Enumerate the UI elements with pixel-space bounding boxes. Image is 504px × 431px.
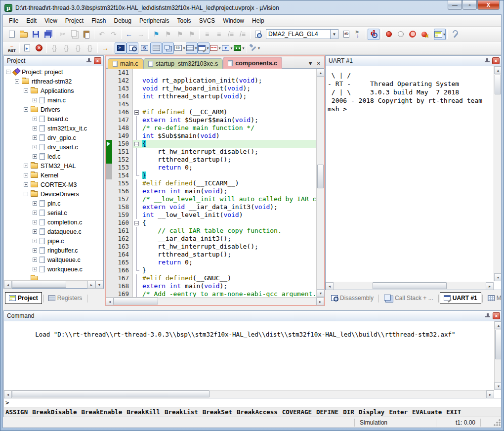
search-combo-dropdown-icon[interactable]: ▼ [330, 29, 338, 39]
uart-vscrollbar[interactable]: ▴ ▾ [494, 66, 502, 281]
tree-expander-icon[interactable] [24, 192, 28, 196]
run-application-button[interactable] [21, 43, 33, 54]
tree-item-waitqueue-c[interactable]: waitqueue.c [4, 255, 103, 264]
tree-expander-icon[interactable] [33, 117, 37, 121]
command-output[interactable]: Load "D:\\rt-thread\\rt-thread-3.0.3\\bs… [4, 321, 494, 390]
tree-item-drv_usart-c[interactable]: drv_usart.c [4, 142, 103, 152]
debug-settings-dropdown-icon[interactable]: ▾ [258, 46, 260, 50]
fold-column[interactable] [133, 140, 140, 148]
find-next-button[interactable] [352, 29, 364, 40]
tab-uart-1[interactable]: UART #1 [440, 292, 481, 304]
debug-command-breakset[interactable]: BreakSet [203, 408, 232, 416]
command-input[interactable]: > [4, 398, 502, 407]
tree-expander-icon[interactable] [33, 258, 37, 262]
menu-peripherals[interactable]: Peripherals [135, 16, 173, 26]
menu-file[interactable]: File [5, 16, 22, 26]
unindent-selection-button[interactable]: ≡ [213, 29, 225, 40]
menu-window[interactable]: Window [219, 16, 248, 26]
find-in-files-button[interactable] [252, 29, 264, 40]
run-to-cursor-line-button[interactable]: {} [84, 43, 96, 54]
search-combo-value[interactable]: DMA2_FLAG_GL4 [266, 29, 330, 39]
tree-expander-icon[interactable] [33, 135, 37, 140]
tree-expander-icon[interactable] [33, 267, 37, 271]
show-next-statement-button[interactable]: → [99, 43, 111, 54]
tree-item-dataqueue-c[interactable]: dataqueue.c [4, 227, 103, 236]
close-panel-icon[interactable]: × [493, 312, 500, 319]
redo-button[interactable]: ↷ [108, 29, 120, 40]
editor-hscrollbar[interactable]: ◂▸ [106, 297, 324, 305]
window-layout-button[interactable]: ▾ [434, 29, 446, 40]
tree-expander-icon[interactable] [24, 173, 28, 177]
memory-window-button[interactable]: ▾ [186, 43, 198, 54]
window-layout-dropdown-icon[interactable]: ▾ [443, 32, 445, 37]
tree-expander-icon[interactable] [33, 145, 37, 149]
indent-selection-button[interactable]: ≡ [201, 29, 213, 40]
tree-item-pin-c[interactable]: pin.c [4, 199, 103, 208]
tree-expander-icon[interactable] [33, 211, 37, 215]
fold-collapse-icon[interactable] [134, 142, 139, 146]
enable-disable-breakpoint-button[interactable] [395, 29, 407, 40]
code-view[interactable]: 141142void rt_application_init(void);143… [106, 69, 324, 297]
tree-item-serial-c[interactable]: serial.c [4, 208, 103, 217]
symbol-window-button[interactable] [138, 43, 150, 54]
toolbox-dropdown-icon[interactable]: ▾ [242, 46, 244, 50]
debug-command-breakenable[interactable]: BreakEnable [81, 408, 122, 416]
fold-collapse-icon[interactable] [134, 110, 139, 115]
close-panel-icon[interactable]: × [94, 57, 101, 64]
debug-command-evaluate[interactable]: EVALuate [412, 408, 442, 416]
tab-call-stack-[interactable]: Call Stack + ... [380, 292, 437, 304]
menu-debug[interactable]: Debug [110, 16, 135, 26]
step-over-button[interactable]: {} [60, 43, 72, 54]
memory-window-dropdown-icon[interactable]: ▾ [195, 46, 197, 50]
debug-settings-button[interactable]: ▾ [249, 43, 260, 54]
step-out-button[interactable]: {} [72, 43, 84, 54]
tree-expander-icon[interactable] [33, 220, 37, 224]
resize-grip[interactable] [493, 419, 501, 427]
editor-tab-main-c[interactable]: main.c [108, 58, 143, 69]
system-viewer-button[interactable]: ▾ [221, 43, 233, 54]
debug-command-assign[interactable]: ASSIGN [5, 408, 28, 416]
insert-remove-breakpoint-button[interactable] [383, 29, 395, 40]
serial-window-button[interactable]: ▾ [198, 43, 210, 54]
debug-command-breaklist[interactable]: BreakList [165, 408, 198, 416]
analysis-window-dropdown-icon[interactable]: ▾ [218, 46, 220, 50]
pin-icon[interactable] [86, 58, 92, 64]
close-panel-icon[interactable]: × [492, 57, 500, 64]
tree-expander-icon[interactable] [24, 182, 28, 187]
disassembly-window-button[interactable] [126, 43, 138, 54]
debug-command-breakdisable[interactable]: BreakDisable [32, 408, 77, 416]
watch-window-button[interactable]: ▾ [174, 43, 186, 54]
insert-bookmark-button[interactable]: ⚑ [150, 29, 162, 40]
tree-item-stm32f1xx_it-c[interactable]: stm32f1xx_it.c [4, 124, 103, 133]
save-all-button[interactable] [42, 29, 53, 40]
tree-item-drivers[interactable]: Drivers [4, 105, 103, 114]
uncomment-selection-button[interactable]: /≡ [237, 29, 249, 40]
menu-help[interactable]: Help [248, 16, 268, 26]
analysis-window-button[interactable]: ▾ [210, 43, 221, 54]
tab-registers[interactable]: Registers [44, 292, 86, 304]
menu-project[interactable]: Project [61, 16, 87, 26]
cut-button[interactable]: ✂ [57, 29, 69, 40]
uart-terminal[interactable]: \ | / - RT - Thread Operating System / |… [326, 66, 494, 281]
fold-column[interactable] [133, 108, 140, 116]
debug-command-define[interactable]: DEFINE [316, 408, 338, 416]
menu-edit[interactable]: Edit [22, 16, 41, 26]
tree-item-applications[interactable]: Applications [4, 86, 103, 95]
project-tree-hscrollbar[interactable]: ◂ ▸▾ [4, 280, 103, 288]
new-file-button[interactable] [6, 29, 18, 40]
tree-item-rtthread-stm32[interactable]: rtthread-stm32 [4, 77, 103, 86]
reset-cpu-button[interactable]: ←RST [6, 43, 18, 54]
disable-all-breakpoints-button[interactable] [407, 29, 419, 40]
pin-icon[interactable] [484, 58, 490, 64]
save-button[interactable] [30, 29, 42, 40]
command-hscrollbar[interactable]: ◂▸ [4, 390, 494, 398]
debug-command-breakkill[interactable]: BreakKill [126, 408, 160, 416]
menu-view[interactable]: View [41, 16, 61, 26]
tree-item-stm32_hal[interactable]: STM32_HAL [4, 161, 103, 171]
tree-expander-icon[interactable] [33, 201, 37, 206]
fold-collapse-icon[interactable] [134, 221, 139, 225]
tree-item[interactable] [4, 274, 103, 280]
tab-project[interactable]: Project [5, 292, 42, 304]
navigate-forward-button[interactable]: → [135, 29, 147, 40]
tree-expander-icon[interactable] [33, 126, 37, 130]
